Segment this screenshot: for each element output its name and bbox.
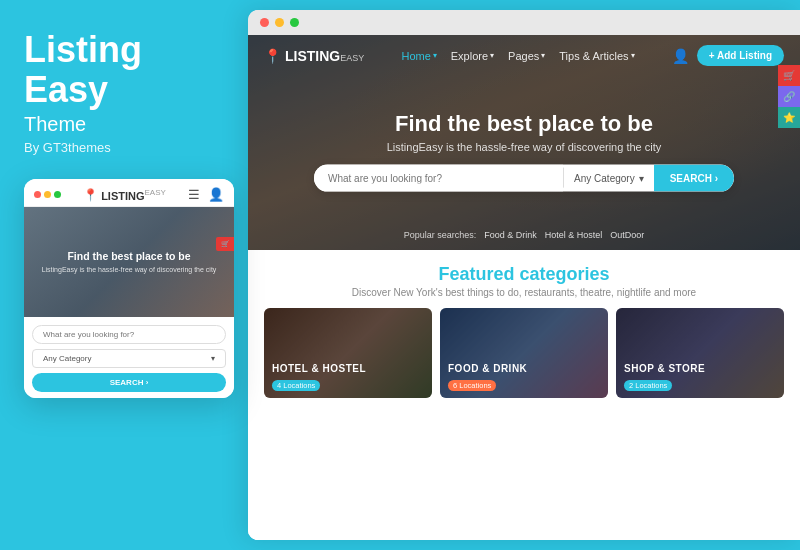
desktop-hero: 📍 LISTINGEASY Home▾ Explore▾ Pages▾ [248, 35, 800, 250]
desktop-search-bar: Any Category ▾ SEARCH › [314, 164, 734, 191]
add-listing-label: + Add Listing [709, 50, 772, 61]
desktop-logo: 📍 LISTINGEASY [264, 48, 364, 64]
mobile-hero-title: Find the best place to be [42, 250, 217, 263]
category-card-food[interactable]: FOOD & DRINK 6 Locations [440, 308, 608, 398]
popular-tag-outdoor[interactable]: OutDoor [610, 230, 644, 240]
nav-link-home[interactable]: Home▾ [401, 50, 436, 62]
nav-link-explore[interactable]: Explore▾ [451, 50, 494, 62]
desktop-search-button[interactable]: SEARCH › [654, 164, 734, 191]
mobile-user-icon[interactable]: 👤 [208, 187, 224, 202]
mobile-dot-green [54, 191, 61, 198]
browser-dot-yellow [275, 18, 284, 27]
category-shop-content: SHOP & STORE 2 Locations [616, 357, 784, 398]
desktop-category-label: Any Category [574, 172, 635, 183]
floating-star-button[interactable]: ⭐ [778, 107, 800, 128]
nav-link-pages[interactable]: Pages▾ [508, 50, 545, 62]
floating-action-buttons: 🛒 🔗 ⭐ [778, 65, 800, 128]
desktop-search-btn-label: SEARCH › [670, 172, 718, 183]
mobile-search-button[interactable]: SEARCH › [32, 373, 226, 392]
floating-cart-button[interactable]: 🛒 [778, 65, 800, 86]
category-shop-badge: 2 Locations [624, 380, 672, 391]
mobile-nav-icons: ☰ 👤 [188, 187, 224, 202]
category-grid: HOTEL & HOSTEL 4 Locations FOOD & DRINK … [264, 308, 784, 398]
popular-tag-hotel[interactable]: Hotel & Hostel [545, 230, 603, 240]
mobile-search-input[interactable] [32, 325, 226, 344]
browser-content: 📍 LISTINGEASY Home▾ Explore▾ Pages▾ [248, 35, 800, 540]
desktop-hero-subtitle: ListingEasy is the hassle-free way of di… [248, 140, 800, 152]
home-chevron-icon: ▾ [433, 51, 437, 60]
browser-topbar [248, 10, 800, 35]
mobile-logo-text: LISTINGEASY [101, 188, 166, 202]
desktop-category-select[interactable]: Any Category ▾ [564, 164, 654, 191]
floating-share-button[interactable]: 🔗 [778, 86, 800, 107]
mobile-topbar: 📍 LISTINGEASY ☰ 👤 [24, 179, 234, 207]
mobile-mockup: 📍 LISTINGEASY ☰ 👤 🛒 Find the best place … [24, 179, 234, 398]
category-hotel-badge: 4 Locations [272, 380, 320, 391]
desktop-logo-pin-icon: 📍 [264, 48, 281, 64]
category-food-name: FOOD & DRINK [448, 363, 600, 374]
pages-chevron-icon: ▾ [541, 51, 545, 60]
popular-tag-food[interactable]: Food & Drink [484, 230, 537, 240]
nav-link-tips[interactable]: Tips & Articles▾ [559, 50, 634, 62]
explore-chevron-icon: ▾ [490, 51, 494, 60]
desktop-nav: 📍 LISTINGEASY Home▾ Explore▾ Pages▾ [248, 35, 800, 76]
mobile-hero-text: Find the best place to be ListingEasy is… [42, 250, 217, 274]
category-card-shop[interactable]: SHOP & STORE 2 Locations [616, 308, 784, 398]
category-shop-name: SHOP & STORE [624, 363, 776, 374]
mobile-select-chevron-icon: ▾ [211, 354, 215, 363]
mobile-logo-pin-icon: 📍 [83, 188, 98, 202]
browser-dot-red [260, 18, 269, 27]
category-card-hotel[interactable]: HOTEL & HOSTEL 4 Locations [264, 308, 432, 398]
mobile-menu-icon[interactable]: ☰ [188, 187, 200, 202]
mobile-category-select[interactable]: Any Category ▾ [32, 349, 226, 368]
brand-title: Listing Easy [24, 30, 224, 109]
tips-chevron-icon: ▾ [631, 51, 635, 60]
category-hotel-content: HOTEL & HOSTEL 4 Locations [264, 357, 432, 398]
mobile-hero: 🛒 Find the best place to be ListingEasy … [24, 207, 234, 317]
category-food-badge: 6 Locations [448, 380, 496, 391]
category-chevron-icon: ▾ [639, 172, 644, 183]
popular-label: Popular searches: [404, 230, 477, 240]
mobile-hero-subtitle: ListingEasy is the hassle-free way of di… [42, 265, 217, 274]
desktop-nav-links: Home▾ Explore▾ Pages▾ Tips & Articles▾ [401, 50, 634, 62]
desktop-hero-title: Find the best place to be [248, 110, 800, 136]
mobile-sidebar-btn[interactable]: 🛒 [216, 237, 234, 251]
desktop-hero-content: Find the best place to be ListingEasy is… [248, 110, 800, 191]
featured-section: Featured categories Discover New York's … [248, 250, 800, 540]
brand-name: Listing Easy Theme By GT3themes [24, 30, 224, 155]
mobile-logo: 📍 LISTINGEASY [83, 188, 166, 202]
category-food-content: FOOD & DRINK 6 Locations [440, 357, 608, 398]
popular-searches: Popular searches: Food & Drink Hotel & H… [404, 230, 645, 240]
category-hotel-name: HOTEL & HOSTEL [272, 363, 424, 374]
brand-by: By GT3themes [24, 140, 224, 155]
brand-theme: Theme [24, 113, 224, 136]
featured-subtitle: Discover New York's best things to do, r… [264, 287, 784, 298]
desktop-logo-listing: LISTINGEASY [285, 48, 364, 64]
desktop-search-input[interactable] [314, 164, 563, 191]
mobile-dot-yellow [44, 191, 51, 198]
user-account-icon[interactable]: 👤 [672, 48, 689, 64]
mobile-search-btn-label: SEARCH › [110, 378, 149, 387]
mobile-category-label: Any Category [43, 354, 91, 363]
mobile-search-form: Any Category ▾ SEARCH › [24, 317, 234, 398]
browser-window: 📍 LISTINGEASY Home▾ Explore▾ Pages▾ [248, 10, 800, 540]
add-listing-button[interactable]: + Add Listing [697, 45, 784, 66]
left-panel: Listing Easy Theme By GT3themes 📍 LISTIN… [0, 0, 248, 550]
browser-dot-green [290, 18, 299, 27]
mobile-dot-red [34, 191, 41, 198]
desktop-nav-right: 👤 + Add Listing [672, 45, 784, 66]
featured-title: Featured categories [264, 264, 784, 285]
mobile-window-dots [34, 191, 61, 198]
